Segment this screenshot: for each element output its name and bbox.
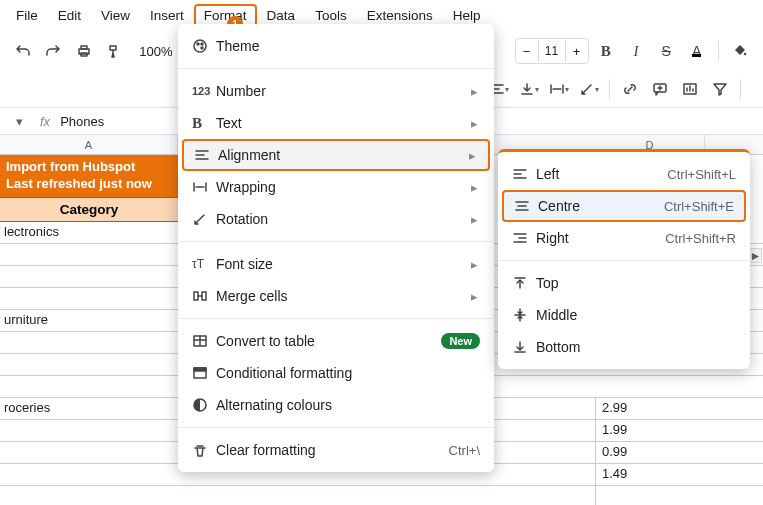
menu-file[interactable]: File — [6, 4, 48, 27]
fontsize-control: − 11 + — [515, 38, 589, 64]
menu-separator — [498, 260, 750, 261]
bold-button[interactable]: B — [593, 37, 619, 65]
cell[interactable]: urniture — [0, 310, 178, 331]
link-button[interactable] — [616, 75, 644, 103]
align-right-shortcut: Ctrl+Shift+R — [665, 231, 736, 246]
menu-conditional[interactable]: Conditional formatting — [178, 357, 494, 389]
align-centre[interactable]: Centre Ctrl+Shift+E — [502, 190, 746, 222]
submenu-arrow-icon: ▸ — [469, 148, 476, 163]
wrap-button[interactable]: ▾ — [545, 75, 573, 103]
submenu-arrow-icon: ▸ — [471, 212, 478, 227]
align-middle[interactable]: Middle — [498, 299, 750, 331]
cell[interactable]: 0.99 — [595, 442, 705, 463]
menu-wrapping[interactable]: Wrapping ▸ — [178, 171, 494, 203]
vertical-align-button[interactable]: ▾ — [515, 75, 543, 103]
cell[interactable]: 1.49 — [595, 464, 705, 485]
submenu-arrow-icon: ▸ — [471, 180, 478, 195]
submenu-arrow-icon: ▸ — [471, 289, 478, 304]
menu-alternating[interactable]: Alternating colours — [178, 389, 494, 421]
import-banner: Import from Hubspot Last refreshed just … — [0, 155, 178, 198]
cell[interactable] — [0, 376, 178, 397]
menu-alternating-label: Alternating colours — [216, 397, 480, 413]
align-right-label: Right — [536, 230, 665, 246]
banner-line2: Last refreshed just now — [6, 176, 172, 193]
cell[interactable]: roceries — [0, 398, 178, 419]
cell[interactable]: lectronics — [0, 222, 178, 243]
col-header-a[interactable]: A — [0, 135, 178, 154]
separator — [609, 79, 610, 99]
alignment-submenu: Left Ctrl+Shift+L Centre Ctrl+Shift+E Ri… — [498, 149, 750, 369]
cell[interactable] — [0, 266, 178, 287]
rotate-button[interactable]: ▾ — [575, 75, 603, 103]
align-bottom[interactable]: Bottom — [498, 331, 750, 363]
menu-rotation[interactable]: Rotation ▸ — [178, 203, 494, 235]
svg-point-3 — [744, 53, 747, 56]
align-middle-label: Middle — [536, 307, 736, 323]
menu-separator — [178, 241, 494, 242]
fontsize-increase[interactable]: + — [566, 44, 588, 59]
cell[interactable] — [0, 464, 178, 485]
menu-clear[interactable]: Clear formatting Ctrl+\ — [178, 434, 494, 466]
fill-color-button[interactable] — [727, 37, 753, 65]
cell[interactable] — [0, 486, 178, 505]
cell[interactable]: 1.99 — [595, 420, 705, 441]
menu-number[interactable]: 123 Number ▸ — [178, 75, 494, 107]
cell[interactable] — [0, 442, 178, 463]
align-left-icon — [512, 166, 536, 182]
menu-edit[interactable]: Edit — [48, 4, 91, 27]
cell[interactable] — [0, 332, 178, 353]
category-header-cell[interactable]: Category — [0, 198, 178, 222]
name-box-dropdown[interactable]: ▾ — [8, 114, 30, 129]
print-button[interactable] — [71, 37, 97, 65]
menu-convert-table[interactable]: Convert to table New — [178, 325, 494, 357]
cell[interactable] — [0, 288, 178, 309]
align-centre-icon — [514, 198, 538, 214]
comment-button[interactable] — [646, 75, 674, 103]
cell[interactable]: 2.99 — [595, 398, 705, 419]
submenu-arrow-icon: ▸ — [471, 116, 478, 131]
menu-convert-label: Convert to table — [216, 333, 441, 349]
align-left[interactable]: Left Ctrl+Shift+L — [498, 158, 750, 190]
cell[interactable] — [0, 354, 178, 375]
chart-button[interactable] — [676, 75, 704, 103]
fontsize-decrease[interactable]: − — [516, 44, 538, 59]
align-bottom-label: Bottom — [536, 339, 736, 355]
table-icon — [192, 333, 216, 349]
align-right[interactable]: Right Ctrl+Shift+R — [498, 222, 750, 254]
menu-fontsize[interactable]: τT Font size ▸ — [178, 248, 494, 280]
filter-button[interactable] — [706, 75, 734, 103]
strikethrough-button[interactable]: S — [653, 37, 679, 65]
formula-value[interactable]: Phones — [60, 114, 104, 129]
fontsize-value[interactable]: 11 — [538, 40, 566, 62]
submenu-arrow-icon: ▸ — [471, 84, 478, 99]
paint-format-button[interactable] — [101, 37, 127, 65]
align-top-label: Top — [536, 275, 736, 291]
clear-icon — [192, 442, 216, 458]
rotation-icon — [192, 211, 216, 227]
menu-view[interactable]: View — [91, 4, 140, 27]
cell[interactable] — [595, 486, 705, 505]
scroll-right-icon[interactable]: ► — [749, 248, 762, 263]
text-icon: B — [192, 115, 216, 132]
align-top[interactable]: Top — [498, 267, 750, 299]
menu-alignment[interactable]: Alignment ▸ — [182, 139, 490, 171]
alternating-icon — [192, 397, 216, 413]
text-color-button[interactable]: A — [683, 37, 709, 65]
align-centre-shortcut: Ctrl+Shift+E — [664, 199, 734, 214]
cell[interactable] — [0, 420, 178, 441]
menu-alignment-label: Alignment — [218, 147, 469, 163]
menu-text-label: Text — [216, 115, 471, 131]
redo-button[interactable] — [40, 37, 66, 65]
align-centre-label: Centre — [538, 198, 664, 214]
svg-rect-1 — [81, 46, 87, 49]
zoom-select[interactable]: 100% — [135, 44, 176, 59]
submenu-arrow-icon: ▸ — [471, 257, 478, 272]
italic-button[interactable]: I — [623, 37, 649, 65]
cell[interactable] — [0, 244, 178, 265]
menu-clear-shortcut: Ctrl+\ — [449, 443, 480, 458]
undo-button[interactable] — [10, 37, 36, 65]
menu-theme[interactable]: Theme — [178, 30, 494, 62]
menu-text[interactable]: B Text ▸ — [178, 107, 494, 139]
menu-merge[interactable]: Merge cells ▸ — [178, 280, 494, 312]
menu-separator — [178, 427, 494, 428]
